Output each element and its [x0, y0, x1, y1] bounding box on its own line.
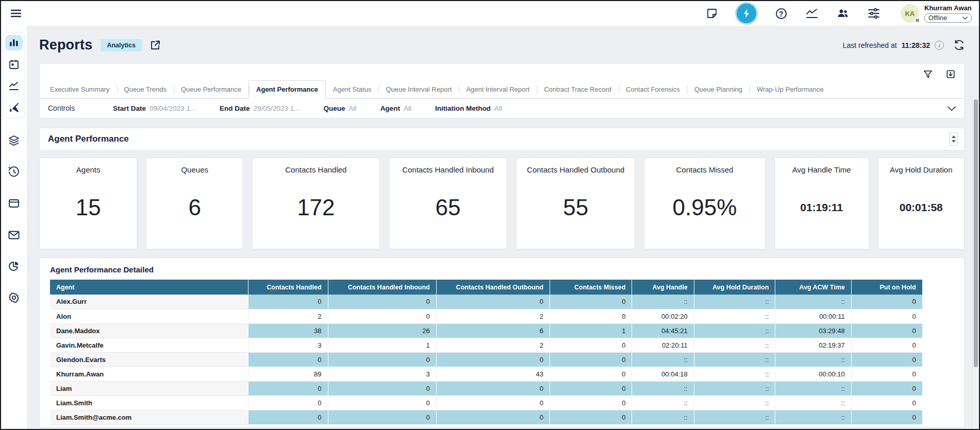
info-icon[interactable]: i	[935, 41, 944, 50]
value-cell: ::	[632, 381, 694, 395]
value-cell: 00:00:11	[775, 309, 851, 323]
help-icon[interactable]: ?	[775, 7, 787, 20]
kpi-value: 01:19:11	[800, 201, 843, 214]
value-cell: ::	[694, 395, 775, 410]
value-cell: 0	[851, 323, 922, 338]
col-header-avg-acw-time[interactable]: Avg ACW Time	[775, 280, 851, 295]
control-initiation-method[interactable]: Initiation MethodAll	[435, 105, 502, 112]
kpi-label: Contacts Handled Outbound	[527, 165, 624, 174]
control-label: Agent	[380, 105, 400, 112]
value-cell: 0	[248, 381, 328, 395]
layers-icon[interactable]	[5, 133, 23, 148]
window-icon[interactable]	[5, 196, 23, 211]
report-panel: Executive SummaryQueue TrendsQueue Perfo…	[39, 63, 965, 118]
trend-icon[interactable]	[5, 78, 23, 94]
col-header-avg-handle[interactable]: Avg Handle	[632, 280, 694, 295]
status-select-value: Offline	[928, 14, 947, 22]
value-cell: 0	[328, 352, 436, 367]
topbar: ? KA Khurram Awan Offline	[1, 1, 979, 26]
value-cell: 0	[851, 410, 922, 424]
value-cell: 0	[248, 295, 328, 309]
value-cell: 0	[436, 395, 550, 410]
tab-contact-forensics[interactable]: Contact Forensics	[619, 81, 687, 98]
tab-agent-interval-report[interactable]: Agent Interval Report	[459, 81, 537, 98]
table-row-liam: Liam0000::::::0	[50, 381, 922, 395]
bolt-icon[interactable]	[737, 4, 756, 23]
control-end-date[interactable]: End Date29/05/2023 1...	[220, 105, 300, 112]
app-window: ? KA Khurram Awan Offline	[0, 0, 980, 430]
external-link-icon[interactable]	[150, 40, 161, 50]
section-stepper[interactable]	[949, 132, 958, 146]
value-cell: 0	[436, 381, 550, 395]
note-icon[interactable]	[706, 7, 718, 20]
sliders-icon[interactable]	[868, 7, 880, 20]
control-agent[interactable]: AgentAll	[380, 105, 411, 112]
value-cell: ::	[694, 367, 775, 381]
control-value: All	[349, 105, 357, 112]
pie-chart-icon[interactable]	[5, 259, 23, 274]
users-icon[interactable]	[837, 7, 849, 20]
agent-name-cell: Alon	[50, 309, 248, 323]
value-cell: ::	[694, 410, 775, 424]
kpi-card-agents: Agents15	[39, 158, 137, 249]
tab-executive-summary[interactable]: Executive Summary	[43, 81, 117, 98]
value-cell: 3	[248, 338, 328, 352]
value-cell: 26	[328, 323, 436, 338]
tab-agent-status[interactable]: Agent Status	[326, 81, 378, 98]
col-header-agent[interactable]: Agent	[50, 280, 248, 295]
avatar[interactable]: KA	[901, 4, 919, 23]
col-header-contacts-missed[interactable]: Contacts Missed	[550, 280, 632, 295]
col-header-avg-hold-duration[interactable]: Avg Hold Duration	[694, 280, 775, 295]
tab-contract-trace-record[interactable]: Contract Trace Record	[537, 81, 619, 98]
brush-icon[interactable]	[5, 100, 23, 115]
history-icon[interactable]	[5, 164, 23, 180]
value-cell: 0	[436, 410, 550, 424]
value-cell: 0	[550, 295, 632, 309]
tab-queue-trends[interactable]: Queue Trends	[117, 81, 174, 98]
value-cell: ::	[694, 381, 775, 395]
last-refreshed-time: 11:28:32	[902, 41, 930, 49]
value-cell: ::	[694, 352, 775, 367]
download-icon[interactable]	[945, 69, 956, 79]
value-cell: ::	[775, 410, 851, 424]
tab-agent-performance[interactable]: Agent Performance	[248, 80, 326, 99]
col-header-contacts-handled-outbound[interactable]: Contacts Handled Outbound	[436, 280, 550, 295]
table-row-khurram-awan: Khurram.Awan89343000:04:18::00:00:100	[50, 367, 922, 381]
control-value: 29/05/2023 1...	[254, 105, 300, 112]
value-cell: 0	[328, 395, 436, 410]
last-refreshed-label: Last refreshed at	[843, 41, 897, 49]
agent-performance-table: AgentContacts HandledContacts Handled In…	[50, 280, 922, 425]
refresh-icon[interactable]	[954, 40, 965, 50]
kpi-value: 0.95%	[673, 195, 737, 220]
filter-icon[interactable]	[923, 69, 933, 79]
col-header-put-on-hold[interactable]: Put on Hold	[851, 280, 922, 295]
value-cell: 6	[436, 323, 550, 338]
col-header-contacts-handled[interactable]: Contacts Handled	[248, 280, 328, 295]
value-cell: ::	[775, 381, 851, 395]
table-header-row: AgentContacts HandledContacts Handled In…	[50, 280, 922, 295]
mail-icon[interactable]	[5, 227, 23, 243]
analytics-icon[interactable]	[806, 7, 818, 20]
controls-collapse-chevron-icon[interactable]	[948, 106, 956, 111]
tab-queue-planning[interactable]: Queue Planning	[687, 81, 750, 98]
tab-queue-interval-report[interactable]: Queue Interval Report	[378, 81, 459, 98]
status-select[interactable]: Offline	[924, 13, 972, 23]
value-cell: ::	[632, 295, 694, 309]
bar-chart-icon[interactable]	[5, 35, 23, 50]
control-start-date[interactable]: Start Date09/04/2023 1...	[113, 105, 196, 112]
col-header-contacts-handled-inbound[interactable]: Contacts Handled Inbound	[328, 280, 436, 295]
tab-queue-performance[interactable]: Queue Performance	[174, 81, 248, 98]
gear-icon[interactable]	[5, 290, 23, 305]
kpi-label: Contacts Handled Inbound	[402, 165, 494, 174]
last-refreshed: Last refreshed at 11:28:32 i	[843, 40, 965, 50]
tab-wrap-up-performance[interactable]: Wrap-Up Performance	[750, 81, 831, 98]
scrollbar-thumb[interactable]	[974, 99, 978, 367]
value-cell: 0	[851, 352, 922, 367]
page-scrollbar[interactable]	[972, 98, 979, 429]
kpi-row: Agents15Queues6Contacts Handled172Contac…	[39, 158, 965, 249]
kpi-card-avg-hold-duration: Avg Hold Duration00:01:58	[878, 158, 965, 249]
menu-icon[interactable]	[9, 7, 23, 20]
kpi-card-queues: Queues6	[146, 158, 243, 249]
control-queue[interactable]: QueueAll	[324, 105, 357, 112]
calendar-icon[interactable]	[5, 57, 23, 72]
